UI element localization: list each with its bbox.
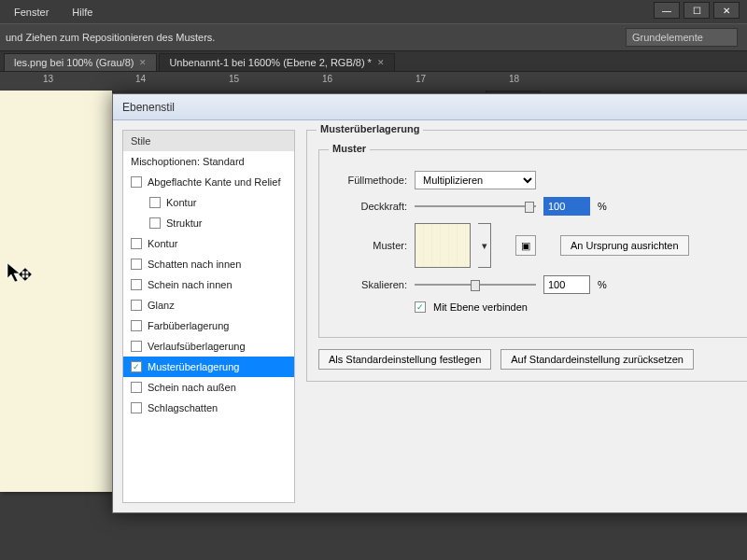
pct-label: % bbox=[598, 201, 607, 212]
style-outer-glow[interactable]: Schein nach außen bbox=[123, 377, 294, 398]
close-icon[interactable]: ✕ bbox=[139, 58, 147, 67]
style-gradient-overlay[interactable]: Verlaufsüberlagerung bbox=[123, 336, 294, 357]
opacity-input[interactable] bbox=[543, 197, 590, 216]
scale-label: Skalieren: bbox=[331, 279, 407, 290]
dialog-title: Ebenenstil bbox=[113, 94, 747, 120]
blend-label: Füllmethode: bbox=[331, 175, 407, 186]
options-bar: und Ziehen zum Repositionieren des Muste… bbox=[0, 23, 747, 51]
label: Abgeflachte Kante und Relief bbox=[148, 176, 281, 188]
workspace-label: Grundelemente bbox=[632, 32, 703, 43]
label: Verlaufsüberlagerung bbox=[148, 341, 246, 352]
label: Schein nach innen bbox=[148, 279, 233, 290]
style-color-overlay[interactable]: Farbüberlagerung bbox=[123, 315, 294, 336]
document-tabs: les.png bei 100% (Grau/8) ✕ Unbenannt-1 … bbox=[0, 51, 747, 72]
checkbox[interactable] bbox=[131, 382, 142, 393]
workspace-selector[interactable]: Grundelemente bbox=[626, 28, 738, 47]
blending-options[interactable]: Mischoptionen: Standard bbox=[123, 151, 294, 172]
layer-style-dialog: Ebenenstil Stile Mischoptionen: Standard… bbox=[112, 93, 747, 513]
doc-tab-2-label: Unbenannt-1 bei 1600% (Ebene 2, RGB/8) * bbox=[169, 57, 371, 68]
style-stroke[interactable]: Kontur bbox=[123, 233, 294, 254]
ruler-tick: 16 bbox=[322, 74, 332, 84]
doc-tab-1-label: les.png bei 100% (Grau/8) bbox=[14, 57, 134, 68]
close-icon[interactable]: ✕ bbox=[377, 58, 385, 67]
subsection-title: Muster bbox=[329, 143, 370, 154]
label: Schatten nach innen bbox=[148, 259, 241, 270]
snap-origin-button[interactable]: An Ursprung ausrichten bbox=[560, 235, 689, 256]
section-title: Musterüberlagerung bbox=[317, 123, 423, 134]
style-inner-glow[interactable]: Schein nach innen bbox=[123, 274, 294, 295]
close-button[interactable]: ✕ bbox=[713, 2, 740, 19]
label: Farbüberlagerung bbox=[148, 320, 229, 331]
make-default-button[interactable]: Als Standardeinstellung festlegen bbox=[318, 349, 491, 370]
checkbox[interactable] bbox=[131, 402, 142, 413]
style-bevel-texture[interactable]: Struktur bbox=[123, 213, 294, 233]
doc-tab-1[interactable]: les.png bei 100% (Grau/8) ✕ bbox=[4, 53, 157, 71]
new-preset-icon[interactable]: ▣ bbox=[515, 235, 536, 256]
label: Musterüberlagerung bbox=[148, 361, 239, 372]
style-list: Stile Mischoptionen: Standard Abgeflacht… bbox=[122, 130, 295, 503]
label: Glanz bbox=[148, 300, 175, 311]
opacity-label: Deckkraft: bbox=[331, 201, 407, 212]
minimize-button[interactable]: — bbox=[654, 2, 680, 19]
style-bevel-contour[interactable]: Kontur bbox=[123, 192, 294, 213]
label: Kontur bbox=[148, 238, 177, 249]
pattern-swatch[interactable] bbox=[415, 223, 471, 268]
link-label: Mit Ebene verbinden bbox=[433, 301, 528, 313]
menu-fenster[interactable]: Fenster bbox=[14, 7, 49, 18]
ruler-horizontal: 13 14 15 16 17 18 bbox=[0, 72, 747, 91]
ruler-tick: 18 bbox=[509, 74, 519, 84]
scale-slider[interactable] bbox=[415, 278, 536, 291]
checkbox[interactable] bbox=[149, 217, 161, 229]
label: Schlagschatten bbox=[148, 402, 218, 413]
style-bevel[interactable]: Abgeflachte Kante und Relief bbox=[123, 172, 294, 192]
checkbox[interactable] bbox=[131, 300, 142, 311]
checkbox[interactable] bbox=[131, 176, 142, 188]
style-drop-shadow[interactable]: Schlagschatten bbox=[123, 398, 294, 418]
scale-input[interactable] bbox=[543, 275, 590, 294]
style-pattern-overlay[interactable]: ✓Musterüberlagerung bbox=[123, 357, 294, 377]
doc-tab-2[interactable]: Unbenannt-1 bei 1600% (Ebene 2, RGB/8) *… bbox=[159, 53, 394, 71]
checkbox[interactable] bbox=[131, 320, 142, 331]
hint-text: und Ziehen zum Repositionieren des Muste… bbox=[6, 32, 215, 43]
style-settings: Musterüberlagerung Muster Füllmethode: M… bbox=[295, 120, 747, 512]
checkbox[interactable] bbox=[131, 341, 142, 352]
menu-hilfe[interactable]: Hilfe bbox=[72, 7, 92, 18]
ruler-tick: 14 bbox=[135, 74, 146, 84]
blend-mode-select[interactable]: Multiplizieren bbox=[415, 171, 536, 189]
checkbox[interactable] bbox=[131, 238, 142, 249]
checkbox[interactable] bbox=[149, 197, 161, 208]
style-satin[interactable]: Glanz bbox=[123, 295, 294, 315]
canvas[interactable] bbox=[0, 91, 112, 492]
maximize-button[interactable]: ☐ bbox=[684, 2, 710, 19]
link-checkbox[interactable]: ✓ bbox=[415, 301, 426, 313]
menu-bar: Fenster Hilfe — ☐ ✕ bbox=[0, 0, 747, 23]
label: Kontur bbox=[166, 197, 196, 208]
reset-default-button[interactable]: Auf Standardeinstellung zurücksetzen bbox=[500, 349, 694, 370]
pattern-label: Muster: bbox=[331, 240, 407, 251]
opacity-slider[interactable] bbox=[415, 200, 536, 213]
pct-label: % bbox=[598, 279, 607, 290]
ruler-tick: 13 bbox=[43, 74, 53, 84]
ruler-tick: 15 bbox=[229, 74, 239, 84]
checkbox[interactable] bbox=[131, 279, 142, 290]
window-controls: — ☐ ✕ bbox=[654, 2, 740, 19]
style-inner-shadow[interactable]: Schatten nach innen bbox=[123, 254, 294, 274]
ruler-tick: 17 bbox=[416, 74, 426, 84]
style-list-header[interactable]: Stile bbox=[123, 131, 294, 151]
checkbox[interactable] bbox=[131, 259, 142, 270]
label: Struktur bbox=[166, 217, 203, 229]
checkbox[interactable]: ✓ bbox=[131, 361, 142, 372]
pattern-picker-dropdown[interactable]: ▾ bbox=[478, 223, 491, 268]
label: Schein nach außen bbox=[148, 382, 236, 393]
